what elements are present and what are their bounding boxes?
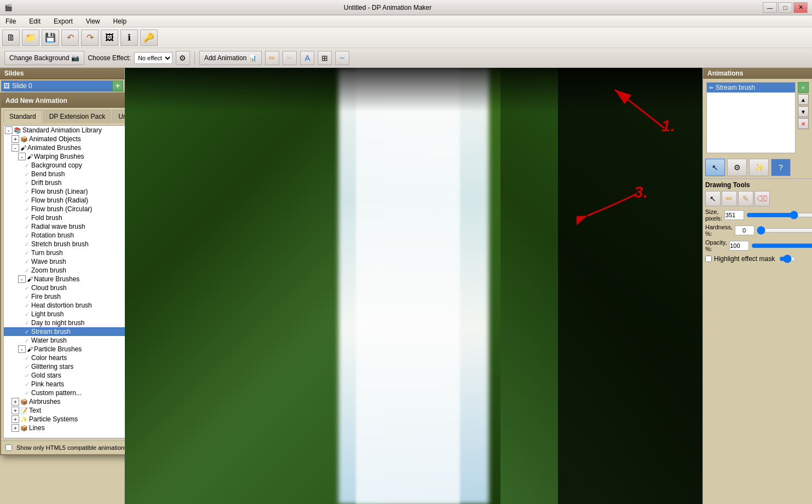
size-slider[interactable] [746,212,812,218]
light-brush-label: Light brush [31,310,64,318]
slides-panel: Slides 🖼 Slide 0 + Add New Animation ✕ S… [0,68,125,504]
warping-brushes-expand[interactable]: - [18,153,26,160]
animations-header-label: Animations [707,69,743,77]
change-bg-label: Change Background [9,54,69,62]
particle-systems-label: Particle Systems [29,415,78,423]
radial-wave-brush-label: Radial wave brush [31,223,85,230]
add-animation-label: Add Animation [204,54,246,62]
glittering-stars-label: Glittering stars [31,363,73,370]
add-animation-side-button[interactable]: + [798,82,809,93]
move-up-animation-button[interactable]: ▲ [798,94,809,105]
pencil-tool-btn[interactable]: ✎ [738,191,753,206]
hardness-label: Hardness, %: [705,224,733,237]
key-button[interactable]: 🔑 [140,30,158,46]
slides-row: 🖼 Slide 0 + [0,79,124,92]
lines-label: Lines [29,424,45,432]
menu-export[interactable]: Export [50,16,76,26]
title-bar: 🎬 Untitled - DP Animation Maker — □ ✕ [0,0,812,15]
eraser-tool-button[interactable]: ✂ [283,51,297,65]
html5-compatible-checkbox[interactable] [5,444,12,451]
move-down-animation-button[interactable]: ▼ [798,106,809,117]
paint-tool-button[interactable]: ✏ [722,191,737,206]
opacity-slider[interactable] [751,242,812,249]
menu-file[interactable]: File [2,16,19,26]
help-tool-button[interactable]: ? [771,159,791,176]
highlight-checkbox[interactable] [705,256,712,262]
settings-tool-button[interactable]: ⚙ [727,159,747,176]
wave-tool-button[interactable]: ～ [335,51,349,65]
animation-item-stream-brush[interactable]: ✏ Stream brush [707,83,795,92]
window-title: Untitled - DP Animation Maker [13,4,763,11]
animated-objects-expand[interactable]: + [11,135,19,143]
turn-brush-label: Turn brush [31,249,63,257]
add-slide-button[interactable]: + [112,80,123,91]
hardness-input[interactable] [735,225,755,235]
effect-settings-button[interactable]: ⚙ [176,51,190,65]
canvas-background: 1. 3. [125,68,702,504]
pencil-tool-button[interactable]: ✏ [265,51,279,65]
effect-select[interactable]: No effect Fade Slide [134,52,172,64]
animated-brushes-label: Animated Brushes [27,144,81,152]
window-controls: — □ ✕ [763,2,808,13]
action-bar: Change Background 📷 Choose Effect: No ef… [0,48,812,68]
annotation-3-group: 3. [577,183,648,228]
menu-help[interactable]: Help [110,16,130,26]
nature-brushes-expand[interactable]: - [18,275,26,283]
menu-bar: File Edit Export View Help [0,15,812,27]
info-button[interactable]: ℹ [120,30,138,46]
highlight-row: Highlight effect mask [705,254,810,263]
maximize-button[interactable]: □ [778,2,792,13]
opacity-input[interactable] [729,241,749,251]
select-tool-button[interactable]: ↖ [705,191,721,206]
opacity-label: Opacity, %: [705,239,727,252]
effects-tool-button[interactable]: ✨ [749,159,769,176]
menu-view[interactable]: View [83,16,103,26]
highlight-slider[interactable] [779,254,796,263]
minimize-button[interactable]: — [763,2,777,13]
undo-button[interactable]: ↶ [61,30,79,46]
text-expand[interactable]: + [11,407,19,414]
erase-tool-button[interactable]: ⌫ [755,191,770,206]
canvas-area[interactable]: 1. 3. [125,68,702,504]
root-expand[interactable]: - [5,126,13,134]
airbrushes-label: Airbrushes [29,398,60,405]
tab-extension-pack[interactable]: DP Extension Pack [43,110,112,123]
size-input[interactable] [724,210,744,220]
particle-systems-expand[interactable]: + [11,415,19,423]
text-tool-button[interactable]: A [300,51,314,65]
menu-edit[interactable]: Edit [26,16,44,26]
annotation-1-label: 1. [661,117,675,135]
dialog-container: Add New Animation ✕ Standard DP Extensio… [0,92,124,504]
lines-expand[interactable]: + [11,424,19,432]
save-button[interactable]: 💾 [42,30,59,46]
grid-tool-button[interactable]: ⊞ [318,51,332,65]
fold-brush-label: Fold brush [31,214,62,222]
hardness-row: Hardness, %: [705,224,810,237]
particle-brushes-expand[interactable]: - [18,345,26,353]
anim-icon: ✏ [709,85,713,91]
new-button[interactable]: 🗎 [2,30,20,46]
close-button[interactable]: ✕ [793,2,808,13]
highlight-label: Highlight effect mask [714,255,775,263]
bend-brush-label: Bend brush [31,170,65,178]
add-animation-button[interactable]: Add Animation 📊 [199,51,262,65]
redo-button[interactable]: ↷ [81,30,99,46]
anim-side-controls: + ▲ ▼ ✕ [797,81,810,154]
hardness-slider[interactable] [757,227,812,234]
slide-button[interactable]: 🖼 [101,30,118,46]
delete-animation-button[interactable]: ✕ [798,118,809,129]
cursor-tool-button[interactable]: ↖ [705,159,725,176]
particle-brushes-label: Particle Brushes [34,345,82,353]
tab-standard[interactable]: Standard [3,110,42,123]
size-label: Size, pixels: [705,208,722,222]
right-panel-tools-row: ↖ ⚙ ✨ ? [705,159,810,176]
zoom-brush-label: Zoom brush [31,267,66,274]
main-layout: Slides 🖼 Slide 0 + Add New Animation ✕ S… [0,68,812,504]
stream-brush-label: Stream brush [31,328,71,335]
open-button[interactable]: 📁 [22,30,39,46]
change-background-button[interactable]: Change Background 📷 [4,51,84,65]
slide-item-0[interactable]: 🖼 Slide 0 [1,80,112,91]
airbrushes-expand[interactable]: + [11,398,19,405]
drawing-tools-buttons: ↖ ✏ ✎ ⌫ [705,191,810,206]
animated-brushes-expand[interactable]: - [11,144,19,152]
